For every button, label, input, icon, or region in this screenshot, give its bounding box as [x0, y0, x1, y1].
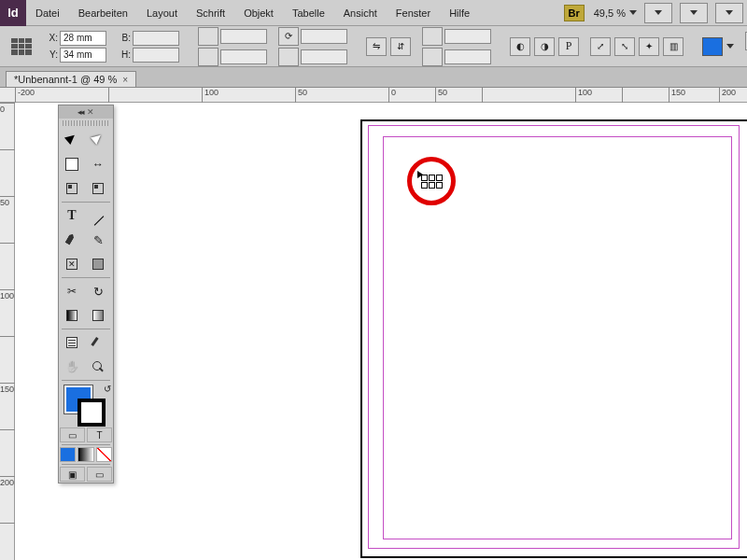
ruler-tick: 0 [388, 88, 396, 103]
stroke-group: ≡ 0 Pt [741, 32, 747, 62]
fit-frame-button[interactable]: ⤡ [614, 37, 635, 56]
apply-color-button[interactable] [60, 447, 76, 462]
chevron-down-icon [726, 10, 733, 15]
preview-view-button[interactable]: ▭ [87, 467, 112, 482]
panel-grip[interactable] [63, 120, 109, 126]
document-tab[interactable]: *Unbenannt-1 @ 49 % × [6, 71, 136, 87]
ruler-tick: 50 [0, 196, 15, 207]
format-affects-row: ▭ T [59, 427, 113, 443]
menubar-right: Br 49,5 % [558, 0, 747, 25]
rectangle-tool[interactable] [85, 252, 111, 276]
fill-color-swatch[interactable] [702, 37, 723, 56]
reference-point-icon [9, 36, 34, 57]
line-tool[interactable] [85, 203, 111, 228]
flip-horizontal-button[interactable]: ⇋ [366, 37, 387, 56]
note-tool[interactable] [59, 330, 85, 355]
direct-selection-tool[interactable] [85, 128, 111, 152]
select-content-button[interactable]: ◑ [534, 37, 555, 56]
container-y-icon [422, 48, 443, 66]
menu-window[interactable]: Fenster [387, 0, 440, 25]
container-y-field[interactable] [444, 49, 491, 64]
menu-layout[interactable]: Layout [137, 0, 187, 25]
flip-vertical-button[interactable]: ⇵ [390, 37, 411, 56]
gap-icon [91, 157, 106, 172]
shear-field[interactable] [301, 49, 347, 64]
menu-file[interactable]: Datei [26, 0, 69, 25]
pencil-tool[interactable] [85, 228, 111, 252]
selection-tool[interactable] [59, 128, 85, 152]
ruler-tick: 150 [669, 88, 685, 103]
format-container-button[interactable]: ▭ [60, 427, 85, 442]
ruler-tick: 200 [719, 88, 736, 103]
menu-type[interactable]: Schrift [187, 0, 234, 25]
menu-table[interactable]: Tabelle [283, 0, 334, 25]
fill-stroke-proxy[interactable]: ↺ [59, 382, 113, 427]
chevron-down-icon [655, 10, 662, 15]
center-content-button[interactable]: ✦ [639, 37, 659, 56]
gradient-swatch-tool[interactable] [59, 303, 85, 328]
ruler-tick [0, 429, 15, 431]
rotate-shear-fields: ⟳ [275, 27, 351, 66]
scissors-tool[interactable] [59, 279, 85, 303]
tools-panel[interactable]: ◂◂ ✕ [58, 105, 114, 483]
rectangle-frame-icon [64, 257, 79, 272]
apply-gradient-button[interactable] [78, 447, 93, 462]
y-field[interactable]: 34 mm [60, 48, 106, 63]
scissors-icon [64, 284, 79, 299]
view-mode-row: ▣ ▭ [59, 466, 113, 483]
tools-panel-header[interactable]: ◂◂ ✕ [59, 105, 113, 119]
free-transform-tool[interactable] [85, 279, 111, 303]
type-tool[interactable] [59, 203, 85, 228]
chevron-down-icon [726, 44, 734, 49]
apply-none-button[interactable] [96, 447, 112, 462]
paragraph-format-button[interactable]: P [558, 37, 579, 56]
content-placer-tool[interactable] [85, 176, 111, 201]
zoom-level-value: 49,5 % [594, 7, 626, 19]
width-field[interactable] [133, 31, 179, 46]
hand-tool[interactable] [59, 355, 85, 379]
rotate-icon [91, 284, 106, 299]
rotate-field[interactable] [301, 29, 347, 44]
menu-view[interactable]: Ansicht [334, 0, 387, 25]
fitting-buttons: ⤢ ⤡ ✦ ▥ [586, 37, 687, 56]
height-field[interactable] [133, 48, 179, 63]
screen-mode-button[interactable] [680, 3, 708, 23]
format-text-button[interactable]: T [87, 427, 112, 442]
arrange-docs-button[interactable] [715, 3, 743, 23]
fit-content-button[interactable]: ⤢ [590, 37, 611, 56]
ruler-tick [622, 88, 625, 103]
menu-help[interactable]: Hilfe [440, 0, 479, 25]
normal-view-button[interactable]: ▣ [60, 467, 85, 482]
ruler-tick [0, 336, 15, 338]
note-icon [64, 335, 79, 350]
close-icon[interactable]: × [122, 75, 128, 85]
zoom-tool[interactable] [85, 355, 111, 379]
gradient-feather-tool[interactable] [85, 303, 111, 328]
stroke-swatch[interactable] [78, 399, 106, 427]
fill-frame-button[interactable]: ▥ [663, 37, 684, 56]
eyedropper-tool[interactable] [85, 330, 111, 355]
container-x-field[interactable] [444, 29, 491, 44]
bridge-button[interactable]: Br [564, 5, 585, 21]
swap-fill-stroke-icon[interactable]: ↺ [104, 384, 111, 394]
page-tool[interactable] [59, 152, 85, 176]
scale-y-field[interactable] [220, 49, 267, 64]
reference-point-grid[interactable] [6, 36, 37, 57]
pen-tool[interactable] [59, 228, 85, 252]
close-icon[interactable]: ✕ [87, 107, 94, 117]
ruler-tick [0, 523, 15, 525]
rectangle-frame-tool[interactable] [59, 252, 85, 276]
ruler-tick: 100 [0, 289, 15, 301]
view-options-button[interactable] [644, 3, 672, 23]
menu-edit[interactable]: Bearbeiten [69, 0, 137, 25]
pasteboard[interactable]: ◂◂ ✕ [15, 103, 747, 560]
content-collector-tool[interactable] [59, 176, 85, 201]
scale-x-field[interactable] [220, 29, 267, 44]
gap-tool[interactable] [85, 152, 111, 176]
ruler-tick [108, 88, 111, 103]
x-field[interactable]: 28 mm [60, 31, 106, 46]
menu-object[interactable]: Objekt [234, 0, 283, 25]
zoom-level-dropdown[interactable]: 49,5 % [590, 7, 641, 19]
select-container-button[interactable]: ◐ [510, 37, 530, 56]
chevron-down-icon [690, 10, 698, 15]
